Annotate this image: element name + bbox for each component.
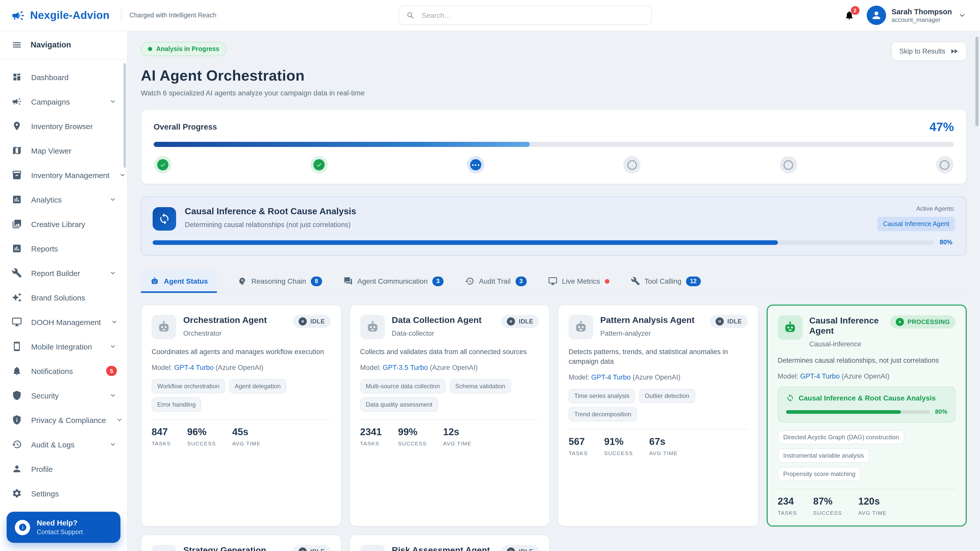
stat-avg-time: 12sAVG TIME [443,426,471,446]
sidebar-item-report-builder[interactable]: Report Builder [0,261,127,285]
menu-icon [12,40,22,50]
stat-tasks: 2341TASKS [360,426,382,446]
agent-role: Data-collector [392,330,494,337]
robot-icon [157,320,171,334]
user-role: account_manager [891,16,952,24]
user-menu[interactable]: Sarah Thompson account_manager [866,6,967,25]
sidebar-item-audit-logs[interactable]: Audit & Logs [0,432,127,457]
agent-head: Risk Assessment AgentRisk-assessor [392,545,494,551]
agent-status-badge: PROCESSING [890,315,956,328]
notifications-bell-button[interactable]: 2 [844,10,854,21]
agent-card-pattern-analysis-agent[interactable]: Pattern Analysis AgentPattern-analyzerID… [558,304,758,527]
sidebar-item-reports[interactable]: Reports [0,236,127,261]
tab-agent-status[interactable]: Agent Status [141,270,217,292]
active-agent-chip[interactable]: Causal Inference Agent [877,217,955,231]
sidebar-scrollbar[interactable] [124,63,126,168]
help-support-button[interactable]: Need Help? Contact Support [6,512,121,543]
stat-tasks: 234TASKS [778,496,797,516]
agent-card-orchestration-agent[interactable]: Orchestration AgentOrchestratorIDLECoord… [141,304,341,527]
chevron-down-icon [119,171,127,179]
tab-agent-communication[interactable]: Agent Communication3 [342,270,445,292]
stat-avg-time-value: 67s [649,437,678,448]
chart-icon [12,243,22,254]
tab-tool-calling[interactable]: Tool Calling12 [630,270,702,292]
hamburger-menu-icon[interactable] [12,40,22,50]
chevron-down-icon [109,391,117,400]
agent-card-strategy-generation-agent[interactable]: Strategy Generation AgentStrategy-genera… [141,535,341,551]
tab-reasoning-chain[interactable]: Reasoning Chain8 [237,270,323,292]
agent-capability-tags: Time series analysisOutlier detectionTre… [569,389,748,422]
sidebar-item-label: Creative Library [31,220,117,228]
agent-card-risk-assessment-agent[interactable]: Risk Assessment AgentRisk-assessorIDLEEv… [349,535,550,551]
stat-avg-time: 67sAVG TIME [649,437,678,456]
agent-task-progress-fill [786,410,901,414]
sidebar-item-map-viewer[interactable]: Map Viewer [0,138,127,163]
brand[interactable]: Nexgile-Advion Charged with Intelligent … [0,8,216,22]
overall-progress-label: Overall Progress [154,122,217,132]
agent-description: Determines causal relationships, not jus… [778,356,956,366]
sidebar-item-label: Dashboard [31,73,117,81]
agent-card-causal-inference-agent[interactable]: Causal Inference AgentCausal-inferencePR… [767,304,967,527]
top-bar: Nexgile-Advion Charged with Intelligent … [0,0,980,31]
sidebar-item-privacy-compliance[interactable]: Privacy & Compliance [0,408,127,432]
sidebar-item-creative-library[interactable]: Creative Library [0,212,127,236]
global-search[interactable] [399,6,652,25]
tab-live-metrics[interactable]: Live Metrics [547,270,610,292]
agent-description: Detects patterns, trends, and statistica… [569,347,748,367]
model-provider: (Azure OpenAI) [213,364,263,371]
current-task-text: Causal Inference & Root Cause Analysis D… [185,205,877,229]
model-name-link[interactable]: GPT-4 Turbo [591,374,631,381]
analysis-status-badge: Analysis in Progress [141,42,226,56]
sidebar: Navigation DashboardCampaignsInventory B… [0,30,127,551]
chevron-down-icon [109,269,117,277]
stat-avg-time: 120sAVG TIME [858,496,886,516]
sidebar-item-dashboard[interactable]: Dashboard [0,65,127,89]
sidebar-item-analytics[interactable]: Analytics [0,187,127,212]
model-provider: (Azure OpenAI) [631,374,680,381]
search-input[interactable] [421,11,644,20]
agent-status-label: IDLE [519,548,533,551]
sidebar-item-profile[interactable]: Profile [0,457,127,481]
model-name-link[interactable]: GPT-4 Turbo [174,364,214,371]
stat-tasks-value: 2341 [360,426,382,437]
agent-name: Pattern Analysis Agent [600,315,703,326]
sidebar-item-dooh-management[interactable]: DOOH Management [0,310,127,334]
stat-success: 87%SUCCESS [813,496,842,516]
box-icon [12,170,22,180]
analysis-status-label: Analysis in Progress [156,45,219,52]
stat-avg-time: 45sAVG TIME [232,426,261,446]
skip-to-results-button[interactable]: Skip to Results [891,42,967,61]
sidebar-item-mobile-integration[interactable]: Mobile Integration [0,334,127,359]
sidebar-item-security[interactable]: Security [0,383,127,408]
stat-avg-time-label: AVG TIME [232,440,261,446]
model-name-link[interactable]: GPT-3.5 Turbo [383,364,428,371]
tab-count-badge: 8 [311,276,322,286]
sidebar-item-label: Security [31,391,100,400]
brand-tagline: Charged with Intelligent Reach [129,12,216,19]
chart-icon [12,194,22,205]
stat-success-label: SUCCESS [398,440,427,446]
sidebar-item-label: Campaigns [31,97,100,106]
agent-card-data-collection-agent[interactable]: Data Collection AgentData-collectorIDLEC… [349,304,550,527]
sidebar-item-notifications[interactable]: Notifications5 [0,359,127,383]
sidebar-item-label: Analytics [31,195,100,204]
active-agents: Active Agents: Causal Inference Agent [877,205,955,231]
agent-role: Pattern-analyzer [600,330,703,337]
page-scrollbar[interactable] [975,37,978,126]
model-name-link[interactable]: GPT-4 Turbo [800,373,840,380]
sidebar-item-inventory-browser[interactable]: Inventory Browser [0,114,127,138]
ellipsis-icon [472,164,479,165]
agent-model-row: Model: GPT-4 Turbo (Azure OpenAI) [569,374,748,381]
sidebar-item-campaigns[interactable]: Campaigns [0,89,127,114]
agent-stats: 2341TASKS99%SUCCESS12sAVG TIME [360,426,539,446]
agent-model-row: Model: GPT-4 Turbo (Azure OpenAI) [778,373,956,380]
agent-current-task: Causal Inference & Root Cause Analysis80… [778,387,956,423]
sidebar-item-brand-solutions[interactable]: Brand Solutions [0,285,127,310]
stat-success-label: SUCCESS [604,450,633,456]
sidebar-title: Navigation [30,40,71,49]
sidebar-item-settings[interactable]: Settings [0,481,127,506]
agent-description: Collects and validates data from all con… [360,347,539,357]
sidebar-item-inventory-management[interactable]: Inventory Management [0,163,127,187]
chevron-down-icon [109,97,117,106]
tab-audit-trail[interactable]: Audit Trail3 [464,270,528,292]
